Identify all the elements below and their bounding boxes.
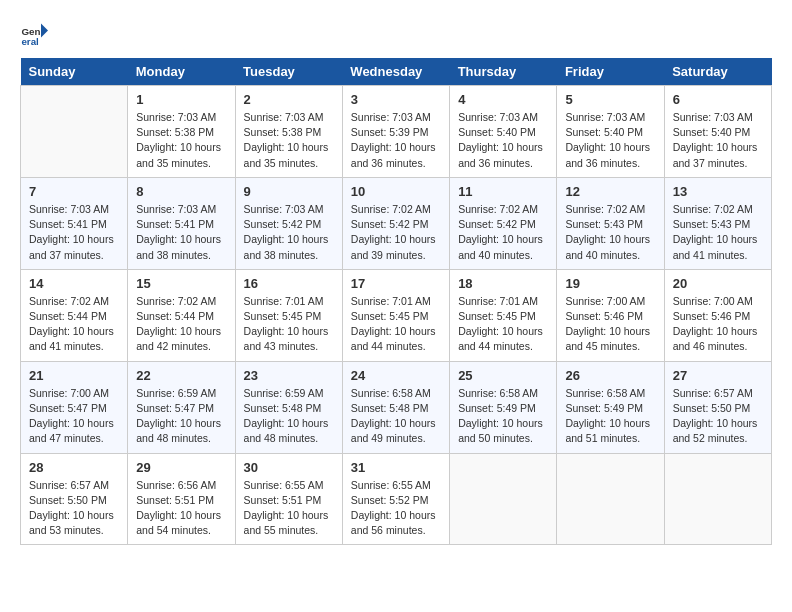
column-header-sunday: Sunday <box>21 58 128 86</box>
calendar-cell: 31Sunrise: 6:55 AM Sunset: 5:52 PM Dayli… <box>342 453 449 545</box>
day-number: 25 <box>458 368 548 383</box>
calendar-cell: 17Sunrise: 7:01 AM Sunset: 5:45 PM Dayli… <box>342 269 449 361</box>
day-number: 7 <box>29 184 119 199</box>
cell-content: Sunrise: 7:01 AM Sunset: 5:45 PM Dayligh… <box>351 294 441 355</box>
cell-content: Sunrise: 7:03 AM Sunset: 5:41 PM Dayligh… <box>29 202 119 263</box>
day-number: 15 <box>136 276 226 291</box>
svg-marker-2 <box>41 24 48 38</box>
day-number: 16 <box>244 276 334 291</box>
cell-content: Sunrise: 7:01 AM Sunset: 5:45 PM Dayligh… <box>244 294 334 355</box>
cell-content: Sunrise: 6:55 AM Sunset: 5:52 PM Dayligh… <box>351 478 441 539</box>
day-number: 2 <box>244 92 334 107</box>
cell-content: Sunrise: 7:00 AM Sunset: 5:47 PM Dayligh… <box>29 386 119 447</box>
cell-content: Sunrise: 6:58 AM Sunset: 5:49 PM Dayligh… <box>565 386 655 447</box>
calendar-cell: 5Sunrise: 7:03 AM Sunset: 5:40 PM Daylig… <box>557 86 664 178</box>
calendar-cell: 11Sunrise: 7:02 AM Sunset: 5:42 PM Dayli… <box>450 177 557 269</box>
cell-content: Sunrise: 7:03 AM Sunset: 5:42 PM Dayligh… <box>244 202 334 263</box>
header-row: SundayMondayTuesdayWednesdayThursdayFrid… <box>21 58 772 86</box>
week-row-4: 21Sunrise: 7:00 AM Sunset: 5:47 PM Dayli… <box>21 361 772 453</box>
logo: Gen eral <box>20 20 52 48</box>
day-number: 8 <box>136 184 226 199</box>
day-number: 10 <box>351 184 441 199</box>
calendar-cell: 29Sunrise: 6:56 AM Sunset: 5:51 PM Dayli… <box>128 453 235 545</box>
calendar-cell: 2Sunrise: 7:03 AM Sunset: 5:38 PM Daylig… <box>235 86 342 178</box>
day-number: 9 <box>244 184 334 199</box>
day-number: 20 <box>673 276 763 291</box>
day-number: 4 <box>458 92 548 107</box>
calendar-table: SundayMondayTuesdayWednesdayThursdayFrid… <box>20 58 772 545</box>
cell-content: Sunrise: 7:02 AM Sunset: 5:42 PM Dayligh… <box>351 202 441 263</box>
day-number: 27 <box>673 368 763 383</box>
cell-content: Sunrise: 7:02 AM Sunset: 5:43 PM Dayligh… <box>565 202 655 263</box>
day-number: 19 <box>565 276 655 291</box>
week-row-1: 1Sunrise: 7:03 AM Sunset: 5:38 PM Daylig… <box>21 86 772 178</box>
calendar-cell: 13Sunrise: 7:02 AM Sunset: 5:43 PM Dayli… <box>664 177 771 269</box>
cell-content: Sunrise: 6:59 AM Sunset: 5:48 PM Dayligh… <box>244 386 334 447</box>
calendar-cell: 1Sunrise: 7:03 AM Sunset: 5:38 PM Daylig… <box>128 86 235 178</box>
calendar-cell: 8Sunrise: 7:03 AM Sunset: 5:41 PM Daylig… <box>128 177 235 269</box>
logo-icon: Gen eral <box>20 20 48 48</box>
day-number: 23 <box>244 368 334 383</box>
week-row-2: 7Sunrise: 7:03 AM Sunset: 5:41 PM Daylig… <box>21 177 772 269</box>
cell-content: Sunrise: 7:03 AM Sunset: 5:39 PM Dayligh… <box>351 110 441 171</box>
day-number: 21 <box>29 368 119 383</box>
calendar-cell: 19Sunrise: 7:00 AM Sunset: 5:46 PM Dayli… <box>557 269 664 361</box>
day-number: 13 <box>673 184 763 199</box>
cell-content: Sunrise: 7:03 AM Sunset: 5:38 PM Dayligh… <box>136 110 226 171</box>
week-row-5: 28Sunrise: 6:57 AM Sunset: 5:50 PM Dayli… <box>21 453 772 545</box>
day-number: 17 <box>351 276 441 291</box>
cell-content: Sunrise: 7:03 AM Sunset: 5:40 PM Dayligh… <box>458 110 548 171</box>
day-number: 12 <box>565 184 655 199</box>
calendar-cell: 26Sunrise: 6:58 AM Sunset: 5:49 PM Dayli… <box>557 361 664 453</box>
header: Gen eral <box>20 20 772 48</box>
day-number: 6 <box>673 92 763 107</box>
calendar-cell: 4Sunrise: 7:03 AM Sunset: 5:40 PM Daylig… <box>450 86 557 178</box>
calendar-cell: 28Sunrise: 6:57 AM Sunset: 5:50 PM Dayli… <box>21 453 128 545</box>
cell-content: Sunrise: 6:58 AM Sunset: 5:49 PM Dayligh… <box>458 386 548 447</box>
calendar-cell: 14Sunrise: 7:02 AM Sunset: 5:44 PM Dayli… <box>21 269 128 361</box>
day-number: 30 <box>244 460 334 475</box>
calendar-cell <box>21 86 128 178</box>
cell-content: Sunrise: 7:01 AM Sunset: 5:45 PM Dayligh… <box>458 294 548 355</box>
calendar-cell: 10Sunrise: 7:02 AM Sunset: 5:42 PM Dayli… <box>342 177 449 269</box>
cell-content: Sunrise: 6:57 AM Sunset: 5:50 PM Dayligh… <box>673 386 763 447</box>
cell-content: Sunrise: 7:03 AM Sunset: 5:41 PM Dayligh… <box>136 202 226 263</box>
calendar-cell: 6Sunrise: 7:03 AM Sunset: 5:40 PM Daylig… <box>664 86 771 178</box>
day-number: 1 <box>136 92 226 107</box>
column-header-saturday: Saturday <box>664 58 771 86</box>
calendar-cell: 24Sunrise: 6:58 AM Sunset: 5:48 PM Dayli… <box>342 361 449 453</box>
calendar-cell: 16Sunrise: 7:01 AM Sunset: 5:45 PM Dayli… <box>235 269 342 361</box>
day-number: 24 <box>351 368 441 383</box>
calendar-cell: 30Sunrise: 6:55 AM Sunset: 5:51 PM Dayli… <box>235 453 342 545</box>
week-row-3: 14Sunrise: 7:02 AM Sunset: 5:44 PM Dayli… <box>21 269 772 361</box>
column-header-thursday: Thursday <box>450 58 557 86</box>
calendar-cell: 7Sunrise: 7:03 AM Sunset: 5:41 PM Daylig… <box>21 177 128 269</box>
day-number: 11 <box>458 184 548 199</box>
day-number: 14 <box>29 276 119 291</box>
calendar-cell: 18Sunrise: 7:01 AM Sunset: 5:45 PM Dayli… <box>450 269 557 361</box>
cell-content: Sunrise: 7:00 AM Sunset: 5:46 PM Dayligh… <box>673 294 763 355</box>
calendar-cell: 21Sunrise: 7:00 AM Sunset: 5:47 PM Dayli… <box>21 361 128 453</box>
day-number: 26 <box>565 368 655 383</box>
cell-content: Sunrise: 6:59 AM Sunset: 5:47 PM Dayligh… <box>136 386 226 447</box>
day-number: 22 <box>136 368 226 383</box>
day-number: 18 <box>458 276 548 291</box>
calendar-cell <box>450 453 557 545</box>
calendar-cell: 12Sunrise: 7:02 AM Sunset: 5:43 PM Dayli… <box>557 177 664 269</box>
cell-content: Sunrise: 7:00 AM Sunset: 5:46 PM Dayligh… <box>565 294 655 355</box>
cell-content: Sunrise: 7:03 AM Sunset: 5:40 PM Dayligh… <box>673 110 763 171</box>
cell-content: Sunrise: 7:02 AM Sunset: 5:43 PM Dayligh… <box>673 202 763 263</box>
cell-content: Sunrise: 7:02 AM Sunset: 5:44 PM Dayligh… <box>29 294 119 355</box>
cell-content: Sunrise: 7:03 AM Sunset: 5:38 PM Dayligh… <box>244 110 334 171</box>
cell-content: Sunrise: 7:02 AM Sunset: 5:44 PM Dayligh… <box>136 294 226 355</box>
calendar-cell: 27Sunrise: 6:57 AM Sunset: 5:50 PM Dayli… <box>664 361 771 453</box>
calendar-cell: 25Sunrise: 6:58 AM Sunset: 5:49 PM Dayli… <box>450 361 557 453</box>
calendar-cell <box>557 453 664 545</box>
column-header-wednesday: Wednesday <box>342 58 449 86</box>
column-header-friday: Friday <box>557 58 664 86</box>
day-number: 3 <box>351 92 441 107</box>
svg-text:eral: eral <box>21 36 39 47</box>
calendar-cell: 15Sunrise: 7:02 AM Sunset: 5:44 PM Dayli… <box>128 269 235 361</box>
column-header-tuesday: Tuesday <box>235 58 342 86</box>
cell-content: Sunrise: 7:03 AM Sunset: 5:40 PM Dayligh… <box>565 110 655 171</box>
